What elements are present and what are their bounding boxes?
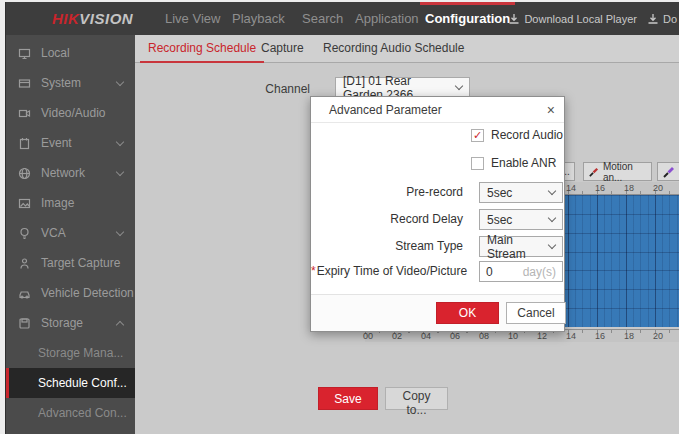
download-secondary-link[interactable]: Do bbox=[647, 13, 677, 25]
monitor-icon bbox=[18, 47, 31, 60]
car-icon bbox=[18, 287, 31, 300]
stream-type-select[interactable]: Main Stream bbox=[479, 236, 563, 257]
system-icon bbox=[18, 77, 31, 90]
download-secondary-label: Do bbox=[663, 13, 677, 25]
record-audio-label: Record Audio bbox=[491, 128, 563, 142]
brush-icon bbox=[589, 166, 599, 178]
cancel-button[interactable]: Cancel bbox=[506, 302, 566, 324]
expiry-time-row: *Expiry Time of Video/Picture 0 day(s) bbox=[311, 261, 564, 282]
sidebar-item-video-audio[interactable]: Video/Audio bbox=[6, 98, 135, 128]
record-audio-row: ✓ Record Audio bbox=[471, 128, 563, 142]
tab-capture[interactable]: Capture bbox=[253, 35, 312, 62]
event-brush-button-partial[interactable] bbox=[657, 162, 679, 181]
pre-record-select[interactable]: 5sec bbox=[479, 182, 563, 203]
motion-brush-button[interactable]: Motion an... bbox=[583, 162, 652, 181]
nav-configuration[interactable]: Configuration bbox=[425, 2, 510, 35]
chevron-down-icon bbox=[455, 81, 463, 89]
app-window: HIKVISION Live View Playback Search Appl… bbox=[5, 2, 679, 434]
video-camera-icon bbox=[18, 107, 31, 120]
chevron-down-icon bbox=[548, 213, 556, 221]
dialog-header: Advanced Parameter × bbox=[311, 97, 564, 123]
screen: HIKVISION Live View Playback Search Appl… bbox=[0, 0, 679, 434]
dialog-footer: OK Cancel bbox=[311, 294, 564, 331]
required-asterisk: * bbox=[311, 264, 316, 278]
sidebar-subitem-advanced-configuration[interactable]: Advanced Con... bbox=[6, 398, 135, 428]
advanced-parameter-dialog: Advanced Parameter × ✓ Record Audio Enab… bbox=[310, 96, 565, 332]
sidebar-item-vca[interactable]: VCA bbox=[6, 218, 135, 248]
sidebar-item-image[interactable]: Image bbox=[6, 188, 135, 218]
sidebar-item-storage[interactable]: Storage bbox=[6, 308, 135, 338]
pre-record-row: Pre-record 5sec bbox=[311, 182, 564, 203]
stream-type-label: Stream Type bbox=[311, 236, 463, 257]
dialog-title: Advanced Parameter bbox=[329, 97, 442, 123]
pre-record-label: Pre-record bbox=[311, 182, 463, 203]
record-delay-select[interactable]: 5sec bbox=[479, 209, 563, 230]
download-local-player-label: Download Local Player bbox=[524, 13, 637, 25]
nav-live-view[interactable]: Live View bbox=[165, 2, 220, 35]
bulb-icon bbox=[18, 227, 31, 240]
image-icon bbox=[18, 197, 31, 210]
chevron-down-icon bbox=[116, 77, 124, 85]
tab-recording-audio-schedule[interactable]: Recording Audio Schedule bbox=[315, 35, 472, 62]
globe-icon bbox=[18, 167, 31, 180]
chevron-down-icon bbox=[548, 186, 556, 194]
expiry-time-label: *Expiry Time of Video/Picture bbox=[311, 261, 463, 282]
close-icon[interactable]: × bbox=[547, 97, 555, 123]
record-audio-checkbox[interactable]: ✓ bbox=[471, 129, 484, 142]
chevron-down-icon bbox=[116, 227, 124, 235]
tab-bar: Recording Schedule Capture Recording Aud… bbox=[135, 35, 679, 63]
person-icon bbox=[18, 257, 31, 270]
ok-button[interactable]: OK bbox=[436, 302, 499, 324]
hikvision-logo: HIKVISION bbox=[52, 2, 133, 35]
expiry-time-input[interactable]: 0 day(s) bbox=[479, 261, 563, 282]
chevron-down-icon bbox=[116, 137, 124, 145]
sidebar-item-local[interactable]: Local bbox=[6, 38, 135, 68]
enable-anr-row: Enable ANR bbox=[471, 156, 556, 170]
clipboard-icon bbox=[18, 137, 31, 150]
logo-text-gray: VISION bbox=[79, 10, 133, 27]
logo-text-red: HIK bbox=[52, 10, 79, 27]
sidebar-item-event[interactable]: Event bbox=[6, 128, 135, 158]
chevron-down-icon bbox=[116, 167, 124, 175]
brush-icon bbox=[663, 166, 675, 178]
record-delay-label: Record Delay bbox=[311, 209, 463, 230]
channel-select[interactable]: [D1] 01 Rear Garden 2366 bbox=[335, 77, 470, 98]
channel-label: Channel bbox=[230, 82, 310, 96]
nav-search[interactable]: Search bbox=[302, 2, 343, 35]
checkmark-icon: ✓ bbox=[473, 130, 482, 141]
sidebar-item-target-capture[interactable]: Target Capture bbox=[6, 248, 135, 278]
chevron-up-icon bbox=[116, 320, 124, 328]
sidebar-item-vehicle-detection[interactable]: Vehicle Detection bbox=[6, 278, 135, 308]
main-content: Recording Schedule Capture Recording Aud… bbox=[135, 35, 679, 434]
sidebar-item-system[interactable]: System bbox=[6, 68, 135, 98]
enable-anr-label: Enable ANR bbox=[491, 156, 556, 170]
download-icon bbox=[508, 13, 520, 25]
chevron-down-icon bbox=[548, 240, 556, 248]
download-local-player-link[interactable]: Download Local Player bbox=[508, 13, 637, 25]
record-delay-row: Record Delay 5sec bbox=[311, 209, 564, 230]
tab-recording-schedule[interactable]: Recording Schedule bbox=[140, 35, 264, 63]
save-button[interactable]: Save bbox=[318, 387, 378, 410]
sidebar-subitem-schedule-configuration[interactable]: Schedule Conf... bbox=[6, 368, 135, 398]
download-icon bbox=[647, 13, 659, 25]
disk-icon bbox=[18, 317, 31, 330]
nav-playback[interactable]: Playback bbox=[232, 2, 285, 35]
sidebar-item-network[interactable]: Network bbox=[6, 158, 135, 188]
download-links: Download Local Player Do bbox=[508, 2, 677, 35]
expiry-time-value: 0 bbox=[486, 265, 493, 279]
top-nav: HIKVISION Live View Playback Search Appl… bbox=[6, 2, 679, 35]
nav-application[interactable]: Application bbox=[355, 2, 419, 35]
copy-to-button[interactable]: Copy to... bbox=[385, 387, 448, 410]
sidebar: Local System Video/Audio Event Network bbox=[6, 35, 135, 434]
stream-type-row: Stream Type Main Stream bbox=[311, 236, 564, 257]
enable-anr-checkbox[interactable] bbox=[471, 157, 484, 170]
sidebar-subitem-storage-management[interactable]: Storage Mana... bbox=[6, 338, 135, 368]
expiry-time-unit: day(s) bbox=[523, 265, 556, 279]
